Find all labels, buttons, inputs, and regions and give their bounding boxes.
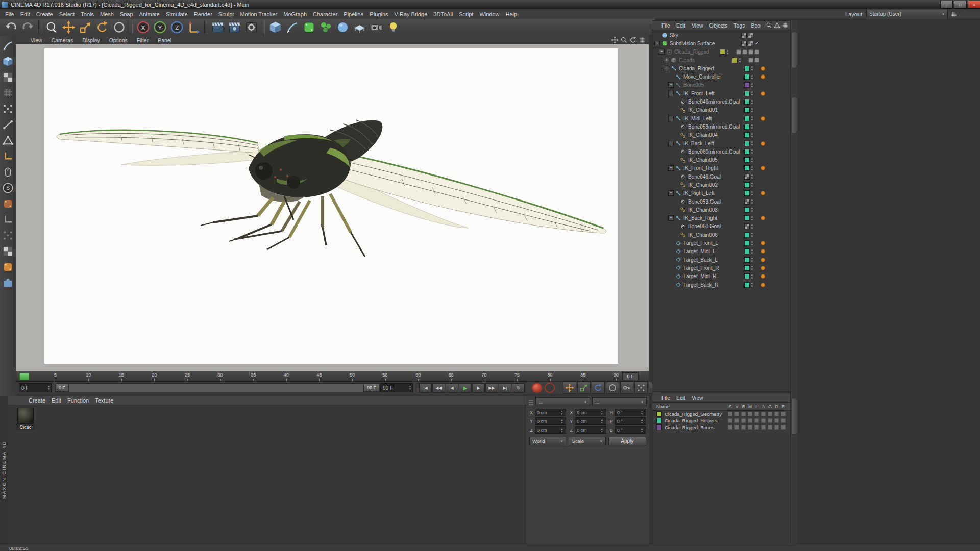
axis-mode-icon[interactable] [2, 151, 14, 162]
layer-toggle-cell[interactable] [727, 425, 733, 430]
menu-simulate[interactable]: Simulate [163, 10, 191, 18]
add-cube-icon[interactable] [267, 19, 283, 35]
tag-icon[interactable] [754, 58, 760, 63]
layer-toggle-cell[interactable] [733, 412, 740, 416]
panel-menu-icon[interactable] [782, 22, 789, 29]
coordinate-system-icon[interactable] [186, 19, 202, 35]
record-scale-toggle[interactable] [577, 382, 591, 394]
workplane-lock-icon[interactable] [2, 214, 14, 226]
dock-tab-handle[interactable] [792, 97, 797, 134]
menu-file[interactable]: File [2, 10, 17, 18]
range-start-handle[interactable]: 0 F [55, 384, 69, 392]
lock-x-axis-icon[interactable]: X [135, 19, 151, 35]
layer-toggle-cell[interactable] [733, 425, 740, 430]
zoom-view-icon[interactable] [620, 36, 628, 44]
play-button[interactable]: ▶ [459, 383, 472, 393]
object-row-ik-chain003[interactable]: IK_Chain003 [652, 206, 791, 214]
lock-y-axis-icon[interactable]: Y [152, 19, 168, 35]
texture-mode-icon[interactable] [2, 71, 14, 83]
stepper-arrows-icon[interactable]: ▲▼ [601, 410, 604, 415]
pan-view-icon[interactable] [611, 36, 619, 44]
layer-toggle-cell[interactable] [727, 412, 733, 416]
preview-range-slider[interactable]: 0 F 90 F [55, 383, 380, 392]
object-row-bone046mirrored-goal[interactable]: Bone046mirrored.Goal [652, 97, 791, 106]
search-icon[interactable] [766, 22, 772, 29]
coord-input-x-0[interactable]: 0 cm▲▼ [535, 409, 566, 416]
python-icon[interactable] [2, 277, 14, 289]
stepper-arrows-icon[interactable]: ▲▼ [560, 410, 564, 415]
tag-icon[interactable] [748, 58, 753, 63]
layer-toggle-cell[interactable] [740, 412, 747, 416]
mat-menu-create[interactable]: Create [26, 396, 48, 405]
collapse-icon[interactable]: − [668, 165, 674, 171]
current-frame-field[interactable]: 0 F ▲▼ [19, 383, 52, 392]
timeline-ruler[interactable]: 0 F 51015202530354045505560657075808590 [16, 371, 649, 382]
layer-color-toggle[interactable] [744, 223, 750, 229]
layer-toggle-cell[interactable] [747, 425, 753, 430]
layer-color-toggle[interactable] [732, 58, 738, 63]
expand-icon[interactable]: + [659, 49, 665, 55]
layer-color-toggle[interactable] [744, 248, 750, 254]
object-row-ik-chain006[interactable]: IK_Chain006 [652, 231, 791, 239]
object-row-target-front-r[interactable]: Target_Front_R [652, 264, 791, 272]
layer-color-toggle[interactable] [744, 149, 750, 155]
tag-icon[interactable] [742, 49, 747, 55]
render-visibility-toggle[interactable] [748, 33, 753, 38]
object-row-ik-back-left[interactable]: −IK_Back_Left [652, 139, 791, 147]
layer-color-toggle[interactable] [744, 91, 750, 96]
layer-toggle-cell[interactable] [780, 425, 787, 430]
layer-toggle-cell[interactable] [740, 418, 747, 423]
panel-grip-icon[interactable] [529, 399, 533, 405]
coord-space-select[interactable]: World ▼ [529, 437, 566, 445]
apply-button[interactable]: Apply [608, 437, 646, 445]
mouse-input-icon[interactable] [2, 166, 14, 178]
workplane-mode-icon[interactable] [2, 87, 14, 99]
record-position-toggle[interactable] [563, 382, 576, 394]
vp-menu-display[interactable]: Display [78, 37, 104, 43]
object-row-ik-chain001[interactable]: IK_Chain001 [652, 106, 791, 114]
object-row-bone005[interactable]: +Bone005 [652, 81, 791, 89]
object-row-bone060mirrored-goal[interactable]: Bone060mirrored.Goal [652, 147, 791, 156]
layer-toggle-cell[interactable] [733, 418, 740, 423]
om-menu-view[interactable]: View [689, 22, 706, 29]
loop-button[interactable]: ↻ [512, 383, 525, 393]
layer-color-toggle[interactable] [744, 132, 750, 138]
menu-pipeline[interactable]: Pipeline [340, 10, 366, 18]
collapse-icon[interactable]: − [668, 190, 674, 196]
layer-color-toggle[interactable] [744, 82, 750, 88]
object-row-ik-front-right[interactable]: −IK_Front_Right [652, 164, 791, 172]
layer-color-toggle[interactable] [744, 124, 750, 130]
om-menu-edit[interactable]: Edit [673, 22, 689, 29]
layer-color-toggle[interactable] [744, 157, 750, 163]
material-item[interactable]: Cicac [16, 408, 35, 430]
coord-input-z-1[interactable]: 0 cm▲▼ [575, 426, 606, 434]
menu-mograph[interactable]: MoGraph [280, 10, 310, 18]
menu-script[interactable]: Script [456, 10, 476, 18]
simulate-icon[interactable] [335, 19, 351, 35]
layer-color-toggle[interactable] [744, 273, 750, 279]
layer-color-toggle[interactable] [744, 74, 750, 80]
object-row-ik-chain004[interactable]: IK_Chain004 [652, 131, 791, 139]
object-row-sky[interactable]: Sky [652, 31, 791, 39]
tag-icon[interactable] [736, 49, 741, 55]
stepper-arrows-icon[interactable]: ▲▼ [641, 410, 644, 415]
object-row-ik-right-left[interactable]: −IK_Right_Left [652, 189, 791, 197]
layer-color-toggle[interactable] [744, 165, 750, 171]
next-frame-button[interactable]: ▶ [472, 383, 485, 393]
layer-color-toggle[interactable] [744, 116, 750, 121]
record-parameter-toggle[interactable] [606, 382, 619, 394]
lock-z-axis-icon[interactable]: Z [169, 19, 185, 35]
undo-icon[interactable] [3, 19, 19, 35]
stepper-arrows-icon[interactable]: ▲▼ [601, 419, 604, 424]
prev-frame-button[interactable]: ◀ [446, 383, 458, 393]
scale-tool-icon[interactable] [78, 19, 93, 35]
autokey-button[interactable] [545, 383, 555, 393]
object-row-target-midl-r[interactable]: Target_Midl_R [652, 272, 791, 281]
dock-tab-handle[interactable] [792, 398, 797, 435]
object-row-bone046-goal[interactable]: Bone046.Goal [652, 172, 791, 181]
record-rotation-toggle[interactable] [592, 382, 605, 394]
close-button[interactable]: × [968, 1, 980, 9]
layers-menu-view[interactable]: View [689, 395, 706, 401]
tag-icon[interactable] [748, 49, 753, 55]
layer-color-toggle[interactable] [744, 232, 750, 238]
